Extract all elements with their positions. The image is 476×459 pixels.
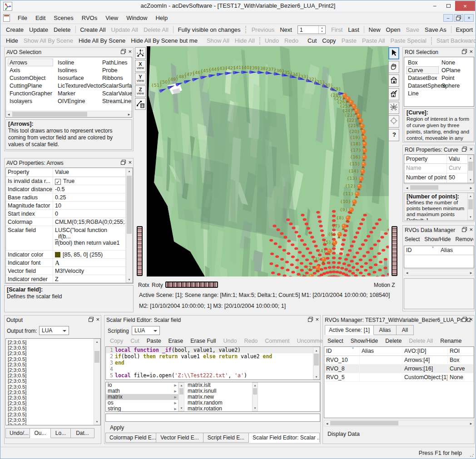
fully-visible-on-changes-button[interactable]: Fully visible on changes: [175, 25, 243, 34]
menu-help[interactable]: Help: [151, 13, 172, 23]
scroll-right-icon[interactable]: ▶: [126, 111, 132, 117]
close-icon[interactable]: ×: [469, 147, 473, 152]
property-value[interactable]: 0.25: [53, 193, 126, 201]
vertical-scrollbar[interactable]: ▲▼: [178, 382, 184, 411]
menu-file[interactable]: File: [14, 13, 31, 23]
property-value[interactable]: -0.5: [53, 185, 126, 193]
rvo-row-rvo-5[interactable]: RVO_5CustomObject:[1]None: [324, 373, 474, 382]
library-matrix[interactable]: matrix▶: [106, 394, 178, 400]
vertical-scrollbar[interactable]: ▲▼: [467, 155, 474, 183]
avo-item-isoline[interactable]: Isoline: [56, 59, 99, 66]
create-button[interactable]: Create: [3, 25, 26, 34]
avo-item-scalarsurface[interactable]: ScalarSurface: [100, 82, 131, 89]
editor-erase-button[interactable]: Erase: [165, 337, 187, 345]
editor-tab-script-field-e[interactable]: Script Field E...: [203, 433, 249, 443]
editor-erase-full-button[interactable]: Erase Full: [187, 337, 219, 345]
avo-item-isosurface[interactable]: Isosurface: [56, 74, 99, 82]
rotation-thumbwheel-left[interactable]: [137, 226, 143, 276]
scroll-up-icon[interactable]: ▲: [468, 193, 473, 199]
scroll-thumb[interactable]: [330, 421, 398, 425]
datamanager-show-hide-button[interactable]: Show/Hide: [424, 236, 451, 242]
close-icon[interactable]: ×: [469, 49, 473, 54]
display-data-button[interactable]: Display Data: [327, 431, 360, 437]
code-editor[interactable]: 1local function _if(bool, value1, value2…: [105, 346, 320, 380]
float-icon[interactable]: [462, 147, 467, 152]
roi-item-none[interactable]: None: [440, 59, 472, 66]
scene-tab-alias[interactable]: Alias: [374, 325, 397, 335]
next-button[interactable]: Next: [277, 25, 295, 34]
scroll-up-icon[interactable]: ▲: [126, 168, 132, 174]
horizontal-scrollbar[interactable]: ◀▶: [6, 111, 132, 117]
scroll-thumb[interactable]: [179, 388, 183, 395]
manager-show-hide-button[interactable]: Show/Hide: [347, 337, 382, 345]
view-all-tool-button[interactable]: [388, 102, 399, 114]
update-button[interactable]: Update: [26, 25, 51, 34]
mdi-minimize-button[interactable]: –: [443, 14, 453, 22]
scroll-left-icon[interactable]: ◀: [404, 185, 410, 190]
scroll-right-icon[interactable]: ▶: [468, 185, 474, 190]
viewport-3d[interactable]: {51}{50}{49}{48}{47}{46}{45}{44}{43}{42}…: [147, 46, 389, 276]
scroll-down-icon[interactable]: ▼: [179, 405, 184, 411]
avo-item-marker[interactable]: Marker: [56, 89, 99, 97]
new-button[interactable]: New: [366, 25, 383, 34]
datamanager-select-button[interactable]: Select: [405, 236, 420, 242]
avo-item-axis[interactable]: Axis: [8, 66, 53, 74]
scroll-down-icon[interactable]: ▼: [313, 374, 319, 379]
float-icon[interactable]: [462, 317, 467, 322]
property-value[interactable]: 10: [53, 202, 126, 209]
scroll-thumb[interactable]: [94, 351, 99, 363]
scroll-thumb[interactable]: [253, 388, 257, 395]
copy-button[interactable]: Copy: [319, 36, 338, 45]
home-tool-button[interactable]: [388, 74, 399, 87]
avo-item-functiongrapher[interactable]: FunctionGrapher: [8, 89, 53, 97]
scroll-down-icon[interactable]: ▼: [468, 177, 473, 183]
delete-button[interactable]: Delete: [51, 25, 74, 34]
float-icon[interactable]: [89, 317, 94, 322]
horizontal-scrollbar[interactable]: ◀▶: [404, 184, 474, 191]
roi-item-datasetbox[interactable]: DatasetBox: [406, 74, 439, 82]
scroll-up-icon[interactable]: ▲: [94, 339, 100, 345]
rotation-thumbwheel-right[interactable]: [392, 226, 397, 276]
float-icon[interactable]: [121, 49, 126, 54]
scroll-thumb[interactable]: [127, 176, 132, 234]
avo-item-streamlines[interactable]: StreamLines: [100, 97, 131, 105]
scroll-down-icon[interactable]: ▼: [94, 419, 100, 424]
mdi-restore-button[interactable]: [454, 14, 463, 22]
roi-item-datasetsphere[interactable]: DatasetSphere: [406, 82, 439, 89]
vertical-scrollbar[interactable]: ▲▼: [252, 382, 258, 411]
library-string[interactable]: string▶: [106, 406, 178, 411]
scripting-lang-dropdown[interactable]: LUA: [132, 326, 160, 335]
menu-view[interactable]: View: [101, 13, 122, 23]
axes-view-button[interactable]: zxy: [135, 47, 146, 59]
editor-tab-colormap-field-e[interactable]: Colormap Field E...: [105, 433, 156, 443]
scroll-thumb[interactable]: [468, 199, 473, 209]
output-source-dropdown[interactable]: LUA: [39, 326, 69, 335]
manager-rename-button[interactable]: Rename: [436, 337, 465, 345]
property-value[interactable]: Z: [53, 275, 126, 283]
maximize-button[interactable]: [441, 1, 455, 11]
z-view-button[interactable]: Zview: [135, 85, 146, 97]
output-tab-undo[interactable]: Undo/...: [5, 428, 30, 438]
roi-item-curve[interactable]: Curve: [406, 66, 439, 74]
scroll-down-icon[interactable]: ▼: [468, 214, 473, 220]
scroll-thumb[interactable]: [314, 354, 319, 365]
horizontal-scrollbar[interactable]: ◀▶: [324, 420, 474, 426]
spin-down-icon[interactable]: ▼: [319, 30, 325, 34]
close-icon[interactable]: ×: [315, 317, 319, 322]
rvo-row-rvo-10[interactable]: RVO_10Arrows:[4]Box: [324, 356, 474, 365]
scroll-up-icon[interactable]: ▲: [468, 155, 473, 161]
scroll-thumb[interactable]: [468, 162, 473, 171]
roi-item-line[interactable]: Line: [406, 89, 439, 97]
scroll-thumb[interactable]: [410, 185, 438, 190]
property-value[interactable]: LUSC("local function _if(b... if(bool) t…: [53, 226, 126, 250]
manager-delete-button[interactable]: Delete: [382, 337, 405, 345]
property-value[interactable]: M3!Velocity: [53, 267, 126, 275]
vertical-scrollbar[interactable]: ▲▼: [94, 339, 100, 425]
hide-all-by-scene-button[interactable]: Hide All By Scene: [76, 36, 128, 45]
hide-all-by-scene-but-me-button[interactable]: Hide All By Scene but me: [128, 36, 200, 45]
avo-item-isolayers[interactable]: Isolayers: [8, 97, 53, 105]
last-button[interactable]: Last: [345, 25, 362, 34]
float-icon[interactable]: [121, 160, 126, 165]
property-value[interactable]: CMLM(0;15;RGBA(0;0;255;...: [53, 218, 126, 226]
hand-tool-button[interactable]: [388, 61, 399, 73]
